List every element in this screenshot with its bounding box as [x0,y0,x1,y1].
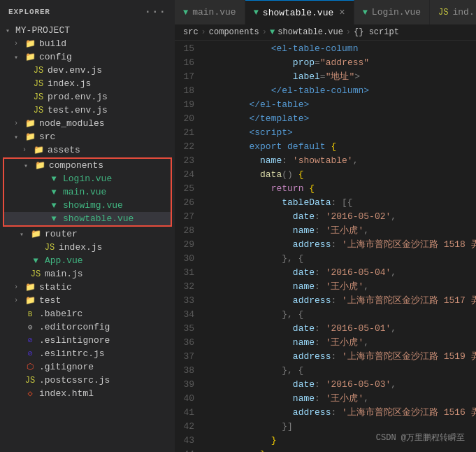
showimg-vue-label: showimg.vue [63,200,123,211]
sidebar: Explorer ··· MY-PROJECT 📁 build 📁 config… [0,0,175,452]
static-arrow [14,283,24,291]
assets-arrow [22,146,32,154]
editorconfig-label: .editorconfig [39,322,110,332]
code-line: </template> [205,112,476,126]
code-line: date: '2016-05-02', [205,210,476,224]
sidebar-item-editorconfig[interactable]: ⚙ .editorconfig [0,320,175,334]
sidebar-item-main-js[interactable]: JS main.js [0,267,175,281]
code-lines[interactable]: <el-table-column prop="address" label="地… [200,41,476,452]
tab-ind[interactable]: JS ind... [430,0,476,24]
code-line: <el-table-column [205,42,476,56]
app-vue-label: App.vue [45,255,83,266]
sidebar-menu-icon[interactable]: ··· [145,6,166,18]
line-number: 22 [180,140,194,154]
sidebar-item-router[interactable]: 📁 router [0,227,175,241]
tab-showtable-vue[interactable]: ▼ showtable.vue × [245,0,354,24]
line-number: 19 [180,98,194,112]
sidebar-item-postcssrc[interactable]: JS .postcssrc.js [0,374,175,387]
sidebar-item-index-js[interactable]: JS index.js [0,77,175,90]
code-line: prop="address" [205,56,476,70]
showtable-vue-label: showtable.vue [63,213,134,224]
vue-tab-icon: ▼ [254,8,259,17]
code-line: tableData: [{ [205,196,476,210]
sidebar-item-static[interactable]: 📁 static [0,281,175,294]
eslintrc-label: .eslintrc.js [39,348,105,359]
tab-main-vue[interactable]: ▼ main.vue [175,0,245,24]
login-vue-label: Login.vue [63,174,112,184]
sidebar-item-main-vue[interactable]: ▼ main.vue [4,185,171,199]
git-icon: ⬡ [24,362,36,372]
sidebar-title: Explorer [8,8,50,16]
sidebar-item-prod-env[interactable]: JS prod.env.js [0,90,175,104]
line-number: 36 [180,336,194,350]
js-icon: JS [24,376,36,386]
sidebar-item-config[interactable]: 📁 config [0,50,175,64]
line-number: 30 [180,252,194,266]
line-number: 40 [180,392,194,406]
sidebar-item-login-vue[interactable]: ▼ Login.vue [4,172,171,185]
code-line: label="地址"> [205,70,476,84]
line-number: 29 [180,238,194,252]
tab-login-vue-label: Login.vue [372,7,421,17]
sidebar-item-showimg-vue[interactable]: ▼ showimg.vue [4,199,171,212]
tab-showtable-vue-label: showtable.vue [263,8,333,18]
index-js-label: index.js [48,78,91,89]
sidebar-item-showtable-vue[interactable]: ▼ showtable.vue [4,212,171,225]
sidebar-item-gitignore[interactable]: ⬡ .gitignore [0,360,175,374]
breadcrumb-script: {} script [354,27,399,37]
sidebar-item-router-index[interactable]: JS index.js [0,241,175,254]
folder-icon: 📁 [24,282,36,292]
line-number: 23 [180,154,194,168]
sidebar-item-assets[interactable]: 📁 assets [0,143,175,157]
js-icon: JS [43,243,56,253]
index-html-label: index.html [39,388,94,399]
js-tab-icon: JS [438,8,448,17]
tab-ind-label: ind... [452,7,476,17]
folder-icon: 📁 [24,38,36,49]
tree-root[interactable]: MY-PROJECT [0,24,175,37]
line-number: 44 [180,448,194,452]
line-number: 20 [180,112,194,126]
sidebar-item-src[interactable]: 📁 src [0,130,175,143]
breadcrumb-src: src [183,27,199,37]
sidebar-item-node-modules[interactable]: 📁 node_modules [0,117,175,130]
build-arrow [14,40,24,48]
code-line: }, { [205,252,476,266]
js-icon: JS [29,269,42,279]
code-line: }, { [205,308,476,322]
js-icon: JS [32,66,45,76]
node-modules-label: node_modules [39,118,105,129]
sidebar-item-eslintignore[interactable]: ⊘ .eslintignore [0,334,175,347]
js-icon: JS [32,92,45,102]
sidebar-item-test-env[interactable]: JS test.env.js [0,104,175,117]
breadcrumb-sep2: › [262,27,267,37]
sidebar-item-dev-env[interactable]: JS dev.env.js [0,64,175,77]
code-line: name: '王小虎', [205,224,476,238]
vue-tab-icon: ▼ [183,8,188,17]
code-line: return { [205,182,476,196]
folder-icon: 📁 [34,160,46,171]
sidebar-item-test[interactable]: 📁 test [0,294,175,307]
line-number: 34 [180,308,194,322]
line-numbers: 1516171819202122232425262728293031323334… [175,41,200,452]
line-number: 24 [180,168,194,182]
sidebar-item-build[interactable]: 📁 build [0,37,175,50]
code-line: name: '王小虎', [205,392,476,406]
tab-close-icon[interactable]: × [339,7,345,18]
tab-login-vue[interactable]: ▼ Login.vue [354,0,430,24]
line-number: 15 [180,42,194,56]
config-arrow [14,53,24,62]
sidebar-item-components[interactable]: 📁 components [4,159,171,172]
sidebar-item-eslintrc[interactable]: ⊘ .eslintrc.js [0,347,175,360]
line-number: 26 [180,196,194,210]
root-arrow [6,27,15,35]
router-label: router [45,229,78,239]
line-number: 41 [180,406,194,420]
sidebar-item-app-vue[interactable]: ▼ App.vue [0,254,175,267]
line-number: 39 [180,378,194,392]
sidebar-item-babelrc[interactable]: B .babelrc [0,307,175,320]
code-line: </el-table-column> [205,84,476,98]
breadcrumb: src › components › ▼ showtable.vue › {} … [175,24,476,41]
src-label: src [39,132,55,142]
sidebar-item-index-html[interactable]: ◇ index.html [0,387,175,400]
